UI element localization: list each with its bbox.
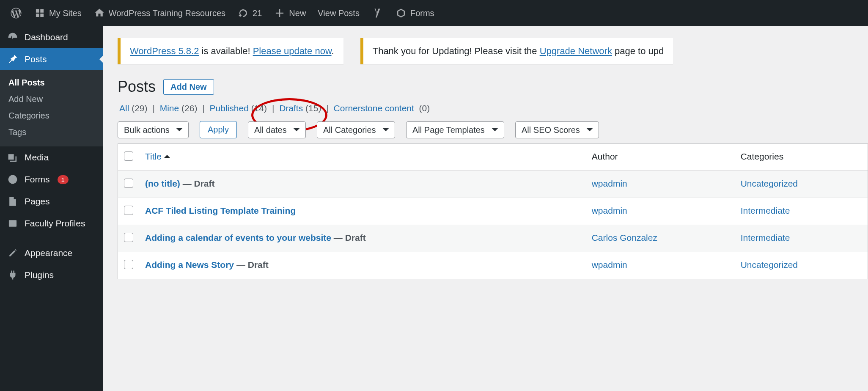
plus-icon: [274, 7, 286, 19]
view-posts-link[interactable]: View Posts: [312, 0, 365, 26]
updates-count: 21: [253, 8, 262, 18]
yoast-icon: [371, 7, 383, 19]
forms-label: Forms: [410, 8, 434, 18]
wordpress-logo-icon: [10, 7, 22, 19]
forms-icon: [395, 7, 407, 19]
my-sites-icon: [34, 7, 46, 19]
updates-menu[interactable]: 21: [231, 0, 268, 26]
new-content-menu[interactable]: New: [268, 0, 312, 26]
view-posts-label: View Posts: [318, 8, 360, 18]
site-name-label: WordPress Training Resources: [109, 8, 225, 18]
site-name-menu[interactable]: WordPress Training Resources: [88, 0, 231, 26]
forms-menu[interactable]: Forms: [389, 0, 440, 26]
my-sites-menu[interactable]: My Sites: [28, 0, 88, 26]
my-sites-label: My Sites: [49, 8, 82, 18]
home-icon: [93, 7, 105, 19]
updates-icon: [237, 7, 249, 19]
wp-logo-menu[interactable]: [4, 0, 28, 26]
new-label: New: [289, 8, 306, 18]
yoast-menu[interactable]: [365, 0, 389, 26]
admin-bar: My Sites WordPress Training Resources 21…: [0, 0, 868, 26]
